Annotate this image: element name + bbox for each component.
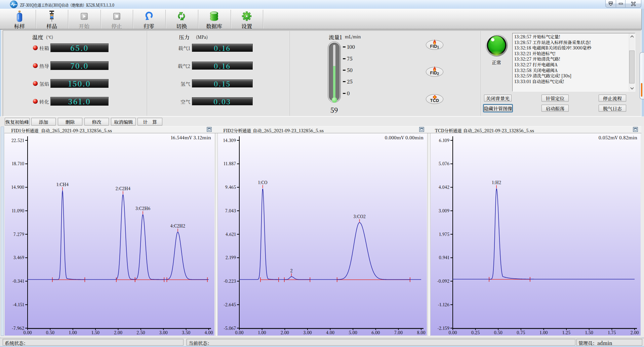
cancel-edit-button[interactable]: 取消编辑 xyxy=(111,118,136,126)
detector-indicator-tcd[interactable]: TCD xyxy=(426,94,443,104)
svg-text:-2.159: -2.159 xyxy=(437,325,449,331)
close-button[interactable] xyxy=(625,0,641,7)
chart-panel-tcd: TCD分析通道 自动_265_2021-09-23_132856_5.ss 6.… xyxy=(431,126,641,336)
chart-filename: 自动_265_2021-09-23_132856_5.ss xyxy=(463,127,534,134)
toolbar-separator xyxy=(263,10,263,29)
side-panel-handle-grip xyxy=(641,83,642,97)
panel-separator xyxy=(290,31,290,116)
gauge-tick xyxy=(343,81,346,82)
chart-title: FID1分析通道 xyxy=(11,127,39,134)
svg-text:1.00: 1.00 xyxy=(539,329,548,336)
delete-button[interactable]: 删除 xyxy=(58,118,82,126)
svg-text:-2.645: -2.645 xyxy=(224,302,236,308)
toolbar-button-zero[interactable]: 归零 xyxy=(133,9,165,29)
window-title: ZF-301Q色谱工作站(301Q自动（绝缘油）K528.M)V3.1.3.0 xyxy=(20,2,114,8)
toolbar-button-stop[interactable]: 停止 xyxy=(100,9,133,29)
svg-text:2: 2 xyxy=(290,268,293,274)
svg-text:0.75: 0.75 xyxy=(517,329,525,336)
svg-text:-7.962: -7.962 xyxy=(12,325,24,331)
toolbar-separator xyxy=(165,10,166,29)
toolbar-button-switch[interactable]: 切换 xyxy=(165,9,198,29)
toolbar-button-settings[interactable]: 设置 xyxy=(231,9,263,29)
gauge-scale-label: 75 xyxy=(347,56,353,61)
svg-text:0.25: 0.25 xyxy=(471,329,480,336)
svg-text:1.00: 1.00 xyxy=(258,329,266,336)
svg-text:3.00: 3.00 xyxy=(159,329,168,336)
detector-sub: 2 xyxy=(437,72,439,76)
toolbar-button-label: 数据库 xyxy=(198,22,230,30)
log-scrollbar-thumb[interactable] xyxy=(629,50,635,83)
add-button[interactable]: 添加 xyxy=(31,118,56,126)
rollup-button[interactable] xyxy=(606,0,616,7)
svg-text:4.621: 4.621 xyxy=(226,231,236,237)
admin-cell: 管理员：admin xyxy=(576,339,642,346)
svg-text:2.199: 2.199 xyxy=(226,254,236,261)
gauge-tick xyxy=(343,58,346,59)
toolbar-separator xyxy=(133,10,133,29)
chromatogram-svg: 6.1095.0764.0423.0091.9750.941-0.092-1.1… xyxy=(431,133,641,336)
svg-text:0.00: 0.00 xyxy=(448,329,457,336)
svg-text:1.00: 1.00 xyxy=(69,329,77,336)
svg-text:0.00: 0.00 xyxy=(235,329,243,336)
toolbar-button-label: 设置 xyxy=(231,22,263,30)
restore-initial-peaks-button[interactable]: 恢复初始峰 xyxy=(5,118,30,126)
pressure-row-label: 空气 xyxy=(172,98,190,105)
toolbar-button-sample[interactable]: 样品 xyxy=(36,9,68,29)
detector-name: FID xyxy=(430,71,437,75)
temperature-display: 361.0 xyxy=(50,97,109,106)
hide-needle-image-button[interactable]: 隐藏针管图像 xyxy=(484,105,512,112)
chart-title: FID2分析通道 xyxy=(223,127,251,134)
detector-sub: 1 xyxy=(437,45,439,49)
log-lines: 13:28:57 开始标气定量! 13:28:57 工作站进入标样预备采集状态!… xyxy=(514,34,627,91)
pressure-display: 0.15 xyxy=(192,79,253,88)
chart-splitter[interactable] xyxy=(428,133,431,336)
restore-window-icon[interactable] xyxy=(207,127,212,132)
toolbar-separator xyxy=(68,10,68,29)
detector-indicator-fid1[interactable]: FID1 xyxy=(426,40,443,50)
chart-splitter[interactable] xyxy=(215,133,218,336)
svg-text:3.469: 3.469 xyxy=(13,254,24,261)
svg-text:3.00: 3.00 xyxy=(303,329,312,336)
flow-value: 59 xyxy=(326,105,342,115)
temperature-display: 150.0 xyxy=(50,79,109,88)
toolbar-button-database[interactable]: 数据库 xyxy=(198,9,230,29)
scroll-down-icon[interactable] xyxy=(629,85,635,91)
minimize-button[interactable] xyxy=(616,0,625,7)
chromatogram-plot-tcd[interactable]: 6.1095.0764.0423.0091.9750.941-0.092-1.1… xyxy=(431,133,641,336)
svg-text:-0.341: -0.341 xyxy=(12,278,25,284)
pressure-title: 压力 xyxy=(179,33,190,41)
calculate-button[interactable]: 计 算 xyxy=(137,118,162,126)
pressure-row-label: 载气2 xyxy=(172,62,190,69)
svg-text:22.521: 22.521 xyxy=(11,137,24,143)
svg-text:4.042: 4.042 xyxy=(439,184,449,190)
stop-flow-button[interactable]: 停止流程 xyxy=(599,95,626,102)
detector-indicator-fid2[interactable]: FID2 xyxy=(426,67,443,77)
chromatogram-plot-fid1[interactable]: 22.52118.71014.90011.0907.2793.469-0.341… xyxy=(5,133,214,336)
temperature-row-label: 转化 xyxy=(39,98,49,105)
left-splitter[interactable] xyxy=(1,127,4,336)
restore-window-icon[interactable] xyxy=(419,127,424,132)
status-lamp-label: 正常 xyxy=(485,59,508,66)
modify-button[interactable]: 修改 xyxy=(84,118,109,126)
chart-title: TCD分析通道 xyxy=(435,127,462,134)
toolbar-button-label: 开始 xyxy=(68,22,100,30)
gauge-scale-label: 50 xyxy=(347,68,353,72)
needle-position-button[interactable]: 针管定位 xyxy=(541,95,569,102)
flow-gauge-tube xyxy=(333,45,335,98)
backlight-off-button[interactable]: 关闭背景光 xyxy=(484,95,512,102)
svg-text:3:CO2: 3:CO2 xyxy=(353,213,366,219)
toolbar-button-standard[interactable]: 标样 xyxy=(3,9,36,29)
svg-text:3.009: 3.009 xyxy=(439,208,449,214)
chromatogram-plot-fid2[interactable]: 14.30911.8879.4657.0434.6212.199-0.223-2… xyxy=(218,133,427,336)
svg-text:16.544mV 3.12min: 16.544mV 3.12min xyxy=(171,134,211,141)
toolbar-button-start[interactable]: 开始 xyxy=(68,9,100,29)
rollup-icon xyxy=(608,1,613,6)
svg-text:1.975: 1.975 xyxy=(439,231,449,237)
scroll-up-icon[interactable] xyxy=(629,34,635,39)
start-oscillation-button[interactable]: 启动振荡 xyxy=(541,105,569,112)
degas-log-button[interactable]: 脱气日志 xyxy=(599,105,626,112)
restore-window-icon[interactable] xyxy=(633,127,638,132)
toolbar-button-label: 停止 xyxy=(100,22,133,30)
svg-text:1.50: 1.50 xyxy=(91,329,99,336)
svg-text:2.00: 2.00 xyxy=(281,329,289,336)
